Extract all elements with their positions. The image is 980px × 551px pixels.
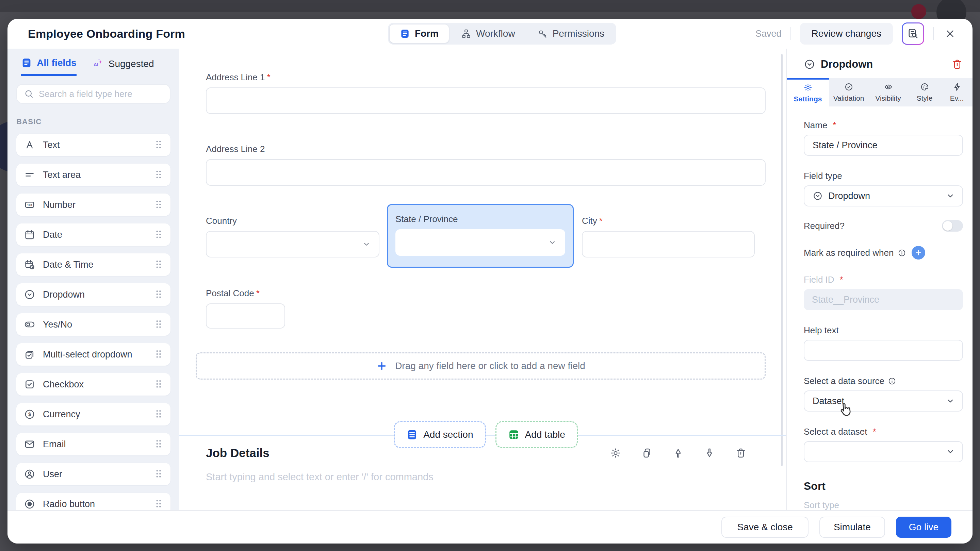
field-type-item[interactable]: Checkbox	[16, 373, 170, 395]
background-notification-dot	[911, 4, 926, 19]
form-field-address-line-1[interactable]: Address Line 1*	[206, 72, 765, 114]
panel-tab-ev[interactable]: Ev...	[941, 78, 972, 106]
settings-gear-icon[interactable]	[610, 447, 621, 459]
move-down-icon[interactable]	[704, 447, 715, 459]
drop-zone[interactable]: Drag any field here or click to add a ne…	[196, 353, 765, 380]
field-type-item[interactable]: Radio button	[16, 493, 170, 510]
tab-workflow-label: Workflow	[476, 28, 515, 39]
section-description-placeholder[interactable]: Start typing and select text or enter '/…	[206, 472, 765, 483]
field-type-item[interactable]: Date	[16, 224, 170, 246]
save-close-button[interactable]: Save & close	[721, 517, 808, 538]
textarea-icon	[24, 169, 35, 181]
simulate-button[interactable]: Simulate	[819, 517, 885, 538]
form-field-city[interactable]: City*	[582, 216, 755, 257]
setting-sort-type: Sort type Ascending	[804, 500, 963, 510]
add-condition-button[interactable]	[912, 246, 925, 259]
field-type-item[interactable]: Text	[16, 134, 170, 156]
data-source-select[interactable]: Dataset	[804, 391, 963, 411]
required-toggle[interactable]	[942, 220, 963, 232]
required-asterisk: *	[872, 427, 876, 437]
drag-handle-icon[interactable]	[154, 259, 163, 270]
drag-handle-icon[interactable]	[154, 139, 163, 151]
info-icon[interactable]	[888, 377, 896, 385]
drag-handle-icon[interactable]	[154, 349, 163, 360]
tab-workflow[interactable]: Workflow	[451, 24, 525, 43]
panel-tab-visibility[interactable]: Visibility	[869, 78, 908, 106]
form-field-address-line-2[interactable]: Address Line 2	[206, 144, 765, 186]
form-field-country[interactable]: Country	[206, 216, 379, 257]
close-button[interactable]	[943, 26, 958, 41]
modal-footer: Save & close Simulate Go live	[8, 510, 972, 543]
setting-mark-required: Mark as required when	[804, 246, 963, 259]
drop-zone-text: Drag any field here or click to add a ne…	[395, 360, 585, 372]
form-canvas: Address Line 1* Address Line 2 Country S…	[179, 49, 786, 510]
field-type-item[interactable]: 123 Number	[16, 194, 170, 216]
field-type-select[interactable]: Dropdown	[804, 185, 963, 206]
chevron-down-icon	[945, 446, 956, 457]
add-section-button[interactable]: Add section	[394, 421, 485, 448]
dropdown-preview[interactable]	[395, 229, 565, 256]
tab-permissions[interactable]: Permissions	[527, 24, 614, 43]
field-type-label: Date & Time	[43, 259, 94, 270]
field-type-item[interactable]: Email	[16, 433, 170, 456]
review-changes-button[interactable]: Review changes	[800, 23, 893, 44]
move-up-icon[interactable]	[672, 447, 684, 459]
drag-handle-icon[interactable]	[154, 468, 163, 480]
datetime-icon	[24, 259, 35, 270]
canvas-scrollbar[interactable]	[781, 54, 783, 466]
setting-data-source: Select a data source Dataset	[804, 376, 963, 411]
info-icon[interactable]	[898, 249, 906, 257]
delete-field-icon[interactable]	[951, 59, 963, 70]
drag-handle-icon[interactable]	[154, 408, 163, 420]
search-input[interactable]	[39, 89, 163, 99]
svg-text:AI: AI	[94, 62, 98, 67]
field-type-item[interactable]: Multi-select dropdown	[16, 343, 170, 366]
field-type-item[interactable]: Yes/No	[16, 313, 170, 336]
go-live-button[interactable]: Go live	[896, 517, 951, 538]
preview-changes-button[interactable]	[902, 22, 924, 45]
field-search-box[interactable]	[16, 84, 170, 104]
sort-heading: Sort	[804, 480, 963, 492]
field-settings-panel: Dropdown Settings Validation Visibility …	[786, 49, 972, 510]
drag-handle-icon[interactable]	[154, 229, 163, 240]
drag-handle-icon[interactable]	[154, 169, 163, 181]
drag-handle-icon[interactable]	[154, 289, 163, 300]
field-type-item[interactable]: $ Currency	[16, 403, 170, 426]
name-input[interactable]: State / Province	[804, 135, 963, 156]
panel-tab-style[interactable]: Style	[908, 78, 941, 106]
field-type-label: User	[43, 469, 62, 480]
text-input-preview[interactable]	[582, 231, 755, 257]
text-input-preview[interactable]	[206, 303, 285, 329]
field-label: Address Line 1	[206, 72, 265, 82]
form-field-state-province-selected[interactable]: State / Province	[387, 204, 574, 268]
delete-section-icon[interactable]	[735, 447, 746, 459]
duplicate-icon[interactable]	[641, 447, 653, 459]
drag-handle-icon[interactable]	[154, 199, 163, 211]
tab-form[interactable]: Form	[390, 24, 449, 43]
section-actions	[610, 447, 746, 459]
text-input-preview[interactable]	[206, 87, 765, 114]
svg-text:123: 123	[27, 203, 32, 207]
mouse-cursor	[837, 402, 853, 417]
help-text-input[interactable]	[804, 340, 963, 361]
panel-tab-settings[interactable]: Settings	[787, 78, 829, 106]
drag-handle-icon[interactable]	[154, 379, 163, 390]
tab-all-fields[interactable]: All fields	[21, 57, 76, 76]
field-type-item[interactable]: Text area	[16, 164, 170, 186]
text-input-preview[interactable]	[206, 159, 765, 186]
field-id-input: State__Province	[804, 289, 963, 310]
dropdown-preview[interactable]	[206, 231, 379, 257]
panel-tab-validation[interactable]: Validation	[829, 78, 869, 106]
currency-icon: $	[24, 408, 35, 420]
form-field-postal-code[interactable]: Postal Code*	[206, 288, 765, 329]
drag-handle-icon[interactable]	[154, 438, 163, 450]
user-icon	[24, 468, 35, 480]
drag-handle-icon[interactable]	[154, 498, 163, 510]
field-type-item[interactable]: Dropdown	[16, 283, 170, 306]
dataset-select[interactable]	[804, 441, 963, 462]
tab-suggested[interactable]: AI Suggested	[93, 57, 154, 76]
field-type-item[interactable]: User	[16, 463, 170, 485]
drag-handle-icon[interactable]	[154, 319, 163, 330]
field-type-item[interactable]: Date & Time	[16, 253, 170, 276]
add-table-button[interactable]: Add table	[495, 421, 578, 448]
